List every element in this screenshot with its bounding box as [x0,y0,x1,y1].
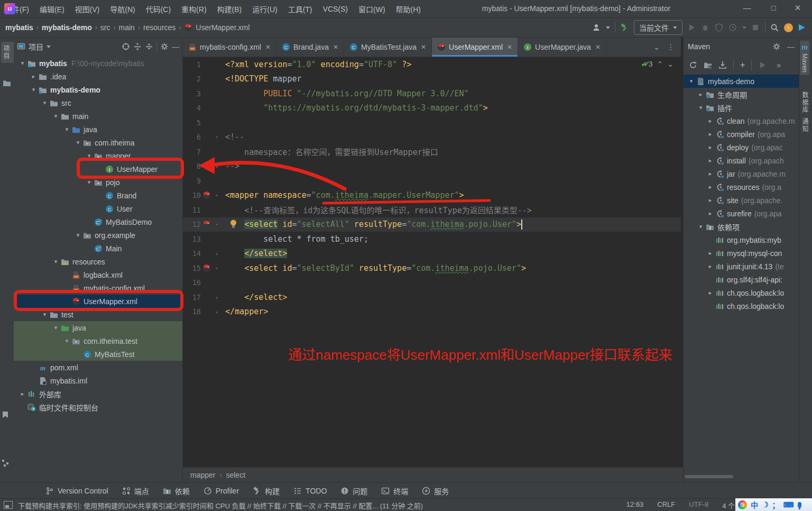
maven-row-ch.qos.logback:lo[interactable]: ▸ch.qos.logback:lo [684,286,799,299]
maven-row-clean[interactable]: ▸mclean(org.apache.m [684,114,799,127]
code-line-6[interactable]: 6▾<!-- [183,130,681,145]
tree-chevron-icon[interactable]: ▸ [706,170,715,177]
code-line-9[interactable]: 9 [183,174,681,188]
commit-tool-icon[interactable] [3,79,11,87]
ime-keyboard-icon[interactable]: ⌨ [783,500,794,509]
tree-row-mapper[interactable]: ▾mapper [14,149,182,162]
breadcrumb-item[interactable]: src [100,23,110,32]
menu-item[interactable]: 编辑(E) [35,2,69,16]
tree-chevron-icon[interactable]: ▾ [85,179,94,186]
expand-all-icon[interactable] [133,42,142,51]
code-line-11[interactable]: 11 <!--查询标签，id为这条SQL语句的唯一标识，resultType为返… [183,203,681,217]
menu-item[interactable]: 工具(T) [283,2,317,16]
reload-maven-icon[interactable] [689,61,697,69]
ime-mic-icon[interactable] [798,502,801,508]
inspections-widget[interactable]: ✔✔ 3 ⌃ ⌄ [641,60,673,68]
tree-row-resources[interactable]: ▾resources [14,255,182,268]
fold-marker-icon[interactable]: ▾ [213,222,221,227]
tree-chevron-icon[interactable]: ▾ [51,113,60,120]
tool-tab-端点[interactable]: 端点 [122,486,149,496]
tool-tab-maven[interactable]: m Maven [800,41,809,75]
tool-tab-notifications[interactable]: 通知 [800,118,812,133]
code-line-5[interactable]: 5 [183,115,681,130]
code-line-12[interactable]: 12▾ <select id="selectAll" resultType="c… [183,217,681,232]
profiler-button[interactable] [728,23,737,32]
maven-row-ch.qos.logback:lo[interactable]: ch.qos.logback:lo [684,299,799,313]
intention-bulb-icon[interactable] [229,219,237,229]
maven-row-mysql:mysql-con[interactable]: ▸mysql:mysql-con [684,247,799,260]
menu-item[interactable]: 窗口(W) [354,2,390,16]
run-button[interactable] [687,23,696,32]
editor-tab-Brand.java[interactable]: CBrand.java✕ [276,38,344,57]
horizontal-scrollbar[interactable] [685,475,733,478]
tree-chevron-icon[interactable]: ▾ [51,324,60,331]
tree-row-java[interactable]: ▾java [14,123,182,136]
tree-row-logback.xml[interactable]: <>logback.xml [14,268,182,281]
code-line-2[interactable]: 2<!DOCTYPE mapper [183,72,681,87]
tree-chevron-icon[interactable]: ▸ [706,197,715,204]
tool-tab-终端[interactable]: 终端 [381,486,408,496]
code-line-13[interactable]: 13 select * from tb_user; [183,232,681,247]
stop-button[interactable] [751,23,760,32]
editor-tab-mybatis-config.xml[interactable]: <>mybatis-config.xml✕ [183,38,276,57]
code-editor[interactable]: 1<?xml version="1.0" encoding="UTF-8" ?>… [183,57,681,468]
tree-chevron-icon[interactable]: ▸ [706,184,715,190]
close-icon[interactable]: ✕ [421,43,426,51]
tree-row-临时文件和控制台[interactable]: 临时文件和控制台 [14,400,182,414]
maven-row-surefire[interactable]: ▸msurefire(org.apa [684,207,799,220]
search-everywhere-icon[interactable] [770,23,779,32]
line-ending[interactable]: CRLF [657,500,675,510]
menu-item[interactable]: VCS(S) [318,3,353,15]
ime-punct-icon[interactable]: ； [772,499,780,510]
tree-row-pojo[interactable]: ▾pojo [14,176,182,189]
fold-marker-icon[interactable]: ▾ [213,134,221,140]
update-notification-icon[interactable]: ↑ [784,23,793,32]
tree-row-外部库[interactable]: ▸外部库 [14,387,182,400]
tree-chevron-icon[interactable]: ▸ [706,289,715,296]
tree-row-org.example[interactable]: ▾org.example [14,229,182,242]
tree-row-UserMapper[interactable]: IUserMapper [14,162,182,176]
locate-file-icon[interactable] [122,42,130,51]
fold-marker-icon[interactable]: ▾ [213,266,221,271]
tree-chevron-icon[interactable]: ▾ [40,311,49,318]
ide-gradient-icon[interactable] [798,23,807,32]
breadcrumb-item[interactable]: main [119,23,135,32]
more-options-icon[interactable]: ⋮ [667,43,675,51]
tree-chevron-icon[interactable]: ▸ [706,250,715,257]
tree-row-mybatis[interactable]: ▾mybatisF:\00-mycode\mybatis [14,57,182,70]
tree-row-mybatis-demo[interactable]: ▾mybatis-demo [14,83,182,96]
ime-fullhalf-icon[interactable]: ☽ [762,500,769,509]
menu-item[interactable]: 重构(R) [177,2,211,16]
tree-row-User[interactable]: CUser [14,202,182,215]
breadcrumb-item[interactable]: resources [143,23,176,32]
close-icon[interactable]: ✕ [333,43,338,51]
tree-chevron-icon[interactable]: ▾ [62,126,71,133]
fold-marker-icon[interactable]: ▴ [213,251,221,256]
ime-lang-mode[interactable]: 中 [751,499,758,510]
editor-tab-MyBatisTest.java[interactable]: CMyBatisTest.java✕ [344,38,432,57]
maven-row-compiler[interactable]: ▸mcompiler(org.apa [684,127,799,141]
menu-item[interactable]: 视图(V) [70,2,105,16]
tool-tab-服务[interactable]: 服务 [422,486,449,496]
tree-chevron-icon[interactable]: ▸ [706,144,715,151]
tool-tab-database[interactable]: 数据库 [800,92,812,114]
tree-row-Main[interactable]: CMain [14,242,182,255]
status-message[interactable]: 下载预构建共享索引: 使用预构建的JDK共享索引减少索引时间和 CPU 负载 /… [18,500,423,510]
menu-item[interactable]: 运行(U) [247,2,282,16]
prev-problem-icon[interactable]: ⌃ [657,60,663,68]
maven-row-resources[interactable]: ▸mresources(org.a [684,180,799,194]
code-line-1[interactable]: 1<?xml version="1.0" encoding="UTF-8" ?> [183,57,681,72]
tool-tab-Profiler[interactable]: Profiler [204,487,239,495]
tree-chevron-icon[interactable]: ▸ [706,157,715,164]
tree-row-pom.xml[interactable]: mpom.xml [14,361,182,374]
tree-row-UserMapper.xml[interactable]: UserMapper.xml [14,295,182,308]
tree-row-.idea[interactable]: ▸.idea [14,70,182,83]
tree-row-Brand[interactable]: CBrand [14,189,182,202]
tree-chevron-icon[interactable]: ▾ [51,258,60,265]
chevron-down-icon[interactable] [47,45,51,48]
maven-row-deploy[interactable]: ▸mdeploy(org.apac [684,141,799,154]
close-icon[interactable]: ✕ [595,43,601,51]
menu-item[interactable]: 构建(B) [213,2,247,16]
caret-position[interactable]: 12:63 [626,500,644,510]
minimize-button[interactable]: — [735,0,759,17]
